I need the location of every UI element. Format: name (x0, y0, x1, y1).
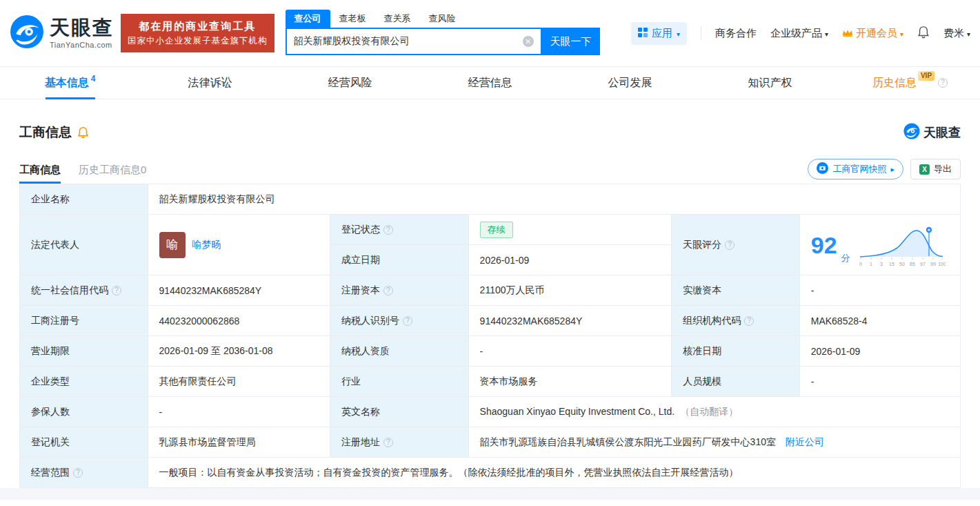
table-row: 经营范围? 一般项目：以自有资金从事投资活动；自有资金投资的资产管理服务。（除依… (20, 458, 961, 488)
subtabs-row: 工商信息 历史工商信息0 工商官网快照 ▸ X 导出 (19, 159, 961, 184)
tab-label: 公司发展 (608, 76, 652, 90)
tick-label: 3 (880, 262, 883, 266)
field-label: 实缴资本 (672, 275, 800, 306)
field-label-text: 组织机构代码 (683, 315, 741, 326)
field-label: 企业类型 (20, 367, 148, 397)
subtab-business-info[interactable]: 工商信息 (19, 164, 61, 184)
field-label-text: 登记状态 (341, 224, 380, 235)
field-label-text: 注册地址 (341, 436, 380, 447)
monitor-bell-icon[interactable] (77, 126, 89, 139)
field-label: 英文名称 (330, 397, 469, 427)
tab-label: 基本信息 (45, 76, 89, 90)
field-label-text: 纳税人识别号 (341, 315, 399, 326)
top-header: 天眼查 TianYanCha.com 都在用的商业查询工具 国家中小企业发展子基… (0, 0, 980, 66)
reg-capital-value: 21100万人民币 (468, 275, 672, 306)
help-icon[interactable]: ? (383, 286, 393, 295)
field-label: 人员规模 (672, 367, 800, 397)
logo-name: 天眼查 (923, 124, 961, 141)
table-row: 企业名称 韶关新耀股权投资有限公司 (20, 184, 961, 215)
field-label: 法定代表人 (20, 215, 148, 275)
tianyancha-logo[interactable]: 天眼查 TianYanCha.com (10, 14, 114, 52)
tick-label: 100 (938, 262, 946, 266)
main-content: 工商信息 天眼查 工商信息 历史工商信息0 (0, 123, 980, 488)
arrow-right-icon: ▸ (890, 165, 894, 174)
help-icon[interactable]: ? (938, 78, 948, 88)
tianyancha-watermark-logo: 天眼查 (903, 123, 961, 142)
user-menu[interactable]: 费米 ▾ (943, 27, 970, 40)
help-icon[interactable]: ? (73, 468, 83, 478)
legal-rep-link[interactable]: 喻梦旸 (192, 239, 221, 251)
tab-label: 历史信息 (872, 76, 917, 90)
vip-upgrade-link[interactable]: 开通会员 ▾ (842, 27, 903, 40)
official-snapshot-button[interactable]: 工商官网快照 ▸ (808, 159, 903, 179)
score-cell: 92 分 (799, 215, 960, 275)
approval-date-value: 2026-01-09 (799, 336, 960, 367)
field-label: 注册地址? (330, 427, 469, 458)
export-button[interactable]: X 导出 (910, 159, 961, 179)
business-info-table: 企业名称 韶关新耀股权投资有限公司 法定代表人 喻 喻梦旸 登记状态? 存续 (19, 184, 961, 488)
help-icon[interactable]: ? (383, 225, 393, 235)
search-tabs: 查公司 查老板 查关系 查风险 (286, 11, 600, 28)
tab-history-info[interactable]: 历史信息 VIP ? (840, 67, 980, 99)
tianyancha-logo-icon (10, 14, 44, 52)
top-navigation: 应用 ▾ 商务合作 企业级产品 ▾ 开通会员 ▾ 费米 (631, 22, 970, 45)
crown-icon (842, 28, 853, 39)
field-label: 核准日期 (672, 336, 800, 367)
tab-operation-info[interactable]: 经营信息 (420, 67, 560, 99)
search-tab-relation[interactable]: 查关系 (375, 10, 420, 28)
taxpayer-quality-value: - (468, 336, 672, 367)
table-row: 参保人数 - 英文名称 Shaoguan Xinyao Equity Inves… (20, 397, 961, 427)
chevron-down-icon: ▾ (677, 30, 680, 38)
enterprise-products-link[interactable]: 企业级产品 ▾ (770, 27, 828, 40)
tab-intellectual-property[interactable]: 知识产权 (700, 67, 840, 99)
subtab-history-business-info[interactable]: 历史工商信息0 (79, 164, 146, 184)
table-row: 营业期限 2026-01-09 至 2036-01-08 纳税人资质 - 核准日… (20, 336, 961, 367)
business-term-value: 2026-01-09 至 2036-01-08 (148, 336, 330, 367)
tab-legal-proceedings[interactable]: 法律诉讼 (140, 67, 280, 99)
chevron-down-icon: ▾ (825, 30, 828, 38)
credit-code-value: 91440232MAK685284Y (148, 275, 330, 306)
search-tab-risk[interactable]: 查风险 (420, 10, 465, 28)
search-input[interactable] (287, 36, 523, 47)
nearby-companies-link[interactable]: 附近公司 (786, 436, 824, 447)
field-label: 纳税人资质 (330, 336, 469, 367)
search-tab-boss[interactable]: 查老板 (330, 10, 375, 28)
field-label: 行业 (330, 367, 469, 397)
help-icon[interactable]: ? (112, 286, 121, 295)
search-button[interactable]: 天眼一下 (542, 28, 600, 55)
field-label: 注册资本? (330, 275, 469, 306)
legal-rep-cell: 喻 喻梦旸 (148, 215, 330, 275)
tab-label: 经营信息 (468, 76, 512, 90)
page-bottom-strip (0, 488, 980, 500)
apps-menu[interactable]: 应用 ▾ (631, 22, 687, 45)
notification-bell-icon[interactable] (917, 26, 930, 41)
apps-label: 应用 (652, 27, 672, 40)
tick-label: 1 (870, 262, 872, 266)
tab-operation-risk[interactable]: 经营风险 (280, 67, 420, 99)
business-coop-link[interactable]: 商务合作 (715, 27, 757, 40)
search-tab-company[interactable]: 查公司 (286, 10, 330, 28)
field-label: 纳税人识别号? (330, 306, 469, 336)
help-icon[interactable]: ? (383, 438, 393, 447)
help-icon[interactable]: ? (403, 316, 412, 326)
tab-company-development[interactable]: 公司发展 (560, 67, 700, 99)
search-area: 查公司 查老板 查关系 查风险 ✕ 天眼一下 (286, 11, 600, 55)
help-icon[interactable]: ? (744, 316, 754, 326)
tick-label: 99 (930, 262, 936, 266)
help-icon[interactable]: ? (725, 240, 734, 250)
address-value: 韶关市乳源瑶族自治县乳城镇侯公渡东阳光工业园药厂研发中心310室 附近公司 (468, 427, 960, 458)
vip-badge: VIP (918, 71, 934, 81)
field-label: 登记机关 (20, 427, 148, 458)
brand-slogan: 都在用的商业查询工具 国家中小企业发展子基金旗下机构 (121, 14, 274, 53)
company-name-value: 韶关新耀股权投资有限公司 (148, 184, 961, 215)
field-label: 参保人数 (20, 397, 148, 427)
tab-label: 知识产权 (748, 76, 792, 90)
logo-domain: TianYanCha.com (50, 41, 114, 49)
reg-authority-value: 乳源县市场监督管理局 (148, 427, 330, 458)
tianyancha-logo-icon (903, 123, 920, 142)
taxpayer-id-value: 91440232MAK685284Y (468, 306, 672, 336)
avatar[interactable]: 喻 (159, 232, 186, 258)
clear-search-icon[interactable]: ✕ (523, 36, 534, 47)
tab-basic-info[interactable]: 基本信息 4 (0, 67, 140, 99)
field-label: 统一社会信用代码? (20, 275, 148, 306)
